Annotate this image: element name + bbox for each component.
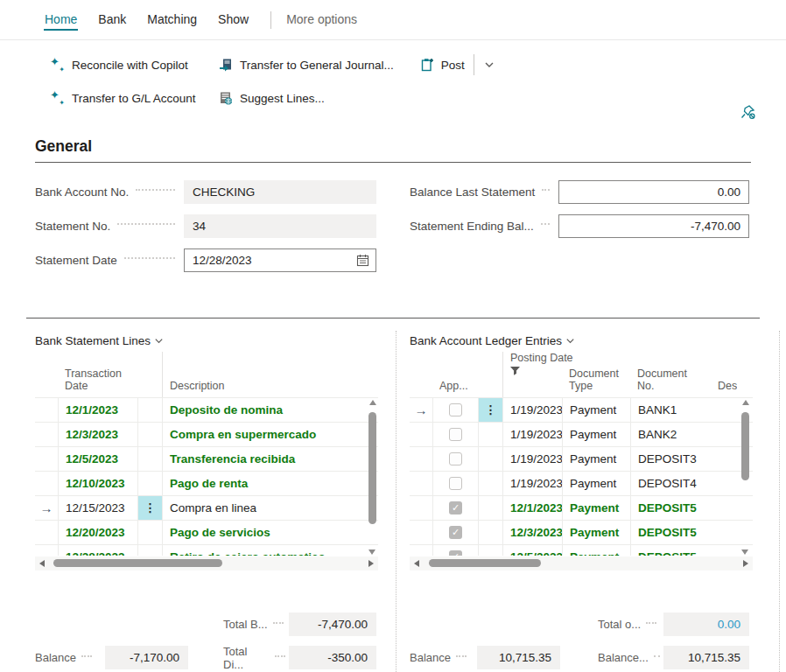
copilot-sparkle-icon: ✦✦: [51, 91, 65, 105]
table-row[interactable]: 12/5/2023Transferencia recibida: [35, 447, 378, 472]
copilot-sparkle-icon: ✦✦: [51, 58, 65, 72]
balance-value: -7,170.00: [105, 646, 188, 669]
general-section-divider: [35, 162, 751, 163]
total-outstanding-label: Total o...: [598, 618, 663, 631]
horizontal-scrollbar[interactable]: [35, 556, 378, 570]
applied-checkbox-checked[interactable]: ✓: [449, 550, 462, 556]
chevron-down-icon[interactable]: [565, 335, 576, 346]
applied-checkbox[interactable]: [449, 428, 462, 441]
ledger-entries-header: App... Posting Date Document Type Docume…: [410, 352, 753, 397]
applied-checkbox[interactable]: [449, 452, 462, 466]
col-document-no[interactable]: Document No.: [630, 368, 711, 397]
applied-checkbox[interactable]: [449, 477, 462, 490]
current-row-arrow-icon: →: [35, 496, 58, 520]
table-row[interactable]: 12/3/2023Compra en supermercado: [35, 423, 378, 447]
balance-to-reconcile-value: 10,715.35: [663, 646, 749, 669]
statement-lines-body: 12/1/2023Deposito de nomina 12/3/2023Com…: [35, 397, 378, 556]
total-difference-value: -350.00: [289, 646, 376, 669]
total-difference-label: Total Di...: [223, 645, 289, 671]
post-icon: [420, 58, 434, 72]
suggest-lines-icon: [219, 91, 233, 105]
menu-divider: [270, 11, 271, 29]
bank-account-ledger-entries-pane: Bank Account Ledger Entries App... Posti…: [410, 329, 753, 672]
unpin-pane-icon[interactable]: [739, 103, 756, 123]
applied-checkbox[interactable]: [449, 403, 462, 416]
tab-show[interactable]: Show: [217, 9, 249, 31]
col-document-type[interactable]: Document Type: [562, 368, 630, 397]
vertical-scrollbar[interactable]: [367, 398, 378, 556]
balance-last-statement-label: Balance Last Statement: [410, 186, 558, 199]
statement-lines-totals: Total B... -7,470.00 Balance -7,170.00 T…: [35, 612, 378, 669]
post-split-divider: [474, 54, 474, 75]
bank-account-no-field: CHECKING: [184, 180, 376, 204]
bank-statement-lines-title[interactable]: Bank Statement Lines: [35, 329, 378, 352]
col-posting-date[interactable]: Posting Date: [502, 352, 562, 397]
vertical-scrollbar[interactable]: [740, 398, 751, 556]
table-row[interactable]: ✓ 12/3/2023 Payment DEPOSIT5: [410, 521, 753, 545]
table-row[interactable]: 1/19/2023 Payment DEPOSIT4: [410, 472, 753, 496]
pane-divider-dotted: [396, 331, 397, 672]
more-options-button[interactable]: More options: [285, 9, 358, 31]
bank-account-ledger-entries-title[interactable]: Bank Account Ledger Entries: [410, 329, 753, 352]
action-bar: ✦✦ Reconcile with Copilot Transfer to Ge…: [0, 40, 786, 125]
current-row-arrow-icon: →: [410, 398, 432, 422]
right-edge-divider-dotted: [779, 331, 780, 672]
section-divider: [26, 318, 760, 318]
total-outstanding-value[interactable]: 0.00: [663, 612, 749, 636]
row-menu-icon[interactable]: ⋮: [137, 496, 162, 520]
statement-no-label: Statement No.: [35, 220, 184, 233]
table-row[interactable]: 12/1/2023Deposito de nomina: [35, 398, 378, 423]
table-row-selected[interactable]: → 12/15/2023 ⋮ Compra en linea: [35, 496, 378, 521]
suggest-lines-button[interactable]: Suggest Lines...: [219, 91, 325, 105]
col-description[interactable]: Description: [162, 352, 350, 397]
balance-to-reconcile-label: Balance...: [598, 651, 663, 664]
table-row[interactable]: 1/19/2023 Payment DEPOSIT3: [410, 447, 753, 472]
bank-account-no-label: Bank Account No.: [35, 186, 184, 199]
applied-checkbox-checked[interactable]: ✓: [449, 501, 462, 514]
table-row[interactable]: ✓ 12/5/2023 Payment DEPOSIT5: [410, 545, 753, 556]
statement-ending-balance-label: Statement Ending Bal...: [410, 220, 558, 233]
balance-label: Balance: [410, 651, 477, 664]
post-dropdown-chevron-icon[interactable]: [483, 59, 495, 71]
table-row[interactable]: 12/10/2023Pago de renta: [35, 472, 378, 496]
col-transaction-date[interactable]: Transaction Date: [58, 368, 137, 397]
tab-matching[interactable]: Matching: [146, 9, 198, 31]
statement-ending-balance-field[interactable]: -7,470.00: [558, 214, 749, 238]
table-row[interactable]: 12/28/2023Retiro de cajero automatico: [35, 545, 378, 556]
total-balance-label: Total B...: [223, 618, 289, 631]
statement-date-label: Statement Date: [35, 254, 184, 267]
filter-icon: [510, 367, 520, 375]
total-balance-value: -7,470.00: [289, 612, 376, 636]
tab-home[interactable]: Home: [44, 9, 78, 31]
general-section-title: General: [35, 137, 786, 156]
balance-value: 10,715.35: [477, 646, 560, 669]
ledger-entries-body: → ⋮ 1/19/2023 Payment BANK1 1/19/2023 Pa…: [410, 397, 753, 556]
statement-no-field: 34: [184, 214, 376, 238]
balance-label: Balance: [35, 651, 105, 664]
statement-lines-header: Transaction Date Description: [35, 352, 378, 397]
transfer-to-gl-account-button[interactable]: ✦✦ Transfer to G/L Account: [51, 91, 219, 105]
post-button[interactable]: Post: [420, 58, 465, 72]
balance-last-statement-field[interactable]: 0.00: [558, 180, 749, 204]
col-description-clipped[interactable]: Description: [711, 380, 737, 397]
table-row[interactable]: 1/19/2023 Payment BANK2: [410, 423, 753, 447]
table-row[interactable]: ✓ 12/1/2023 Payment DEPOSIT5: [410, 496, 753, 521]
ledger-entries-totals: Total o... 0.00 Balance 10,715.35 Balanc…: [410, 612, 753, 669]
table-row-selected[interactable]: → ⋮ 1/19/2023 Payment BANK1: [410, 398, 753, 423]
calendar-icon[interactable]: [356, 254, 369, 267]
general-fields: Bank Account No. CHECKING Statement No. …: [35, 180, 751, 283]
transfer-to-general-journal-button[interactable]: Transfer to General Journal...: [219, 58, 394, 72]
applied-checkbox-checked[interactable]: ✓: [449, 526, 462, 539]
chevron-down-icon[interactable]: [153, 335, 165, 346]
bank-statement-lines-pane: Bank Statement Lines Transaction Date De…: [35, 329, 378, 672]
table-row[interactable]: 12/20/2023Pago de servicios: [35, 521, 378, 545]
statement-date-field[interactable]: 12/28/2023: [184, 248, 376, 272]
journal-icon: [219, 58, 233, 72]
tab-bank[interactable]: Bank: [97, 9, 127, 31]
reconcile-with-copilot-button[interactable]: ✦✦ Reconcile with Copilot: [51, 58, 219, 72]
horizontal-scrollbar[interactable]: [410, 556, 753, 570]
col-applied[interactable]: App...: [432, 380, 478, 397]
row-menu-icon[interactable]: ⋮: [478, 398, 502, 422]
ribbon-menu: Home Bank Matching Show More options: [0, 0, 786, 40]
